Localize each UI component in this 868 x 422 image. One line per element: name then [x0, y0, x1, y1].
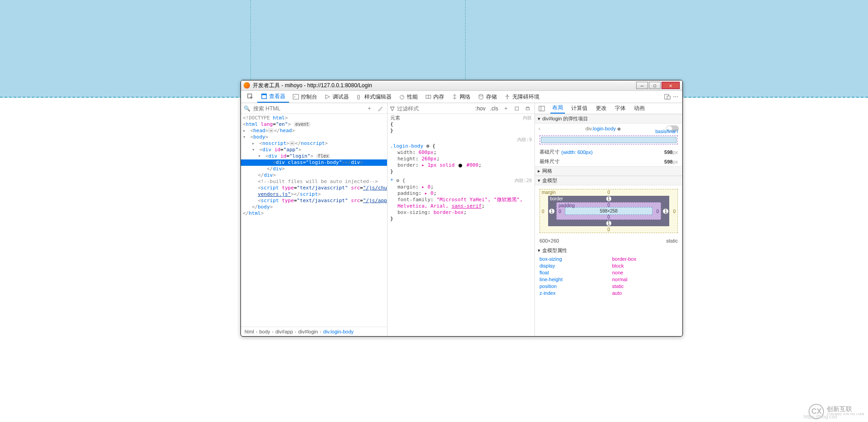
dom-line[interactable]: </html> [241, 210, 387, 217]
tab-memory-label: 内存 [433, 93, 444, 101]
dom-line[interactable]: ▸ <noscript>⋯</noscript> [241, 140, 387, 147]
tab-performance[interactable]: 性能 [395, 91, 422, 103]
flex-section-header[interactable]: ▾ div#login 的弹性项目 [535, 114, 682, 124]
tab-memory[interactable]: 内存 [422, 91, 448, 103]
tab-debugger[interactable]: 调试器 [321, 91, 353, 103]
devtools-window: 开发者工具 - mihoyo - http://127.0.0.1:8080/L… [240, 80, 683, 337]
css-prop[interactable]: box-sizing: border-box; [390, 209, 532, 216]
flex-item-selector[interactable]: div.login-body ◆ [543, 126, 663, 132]
tab-console[interactable]: 控制台 [289, 91, 321, 103]
crumb[interactable]: body [259, 329, 270, 334]
css-prop[interactable]: border: ▸ 1px solid #000; [390, 162, 532, 169]
tab-storage[interactable]: 存储 [474, 91, 500, 103]
add-node-button[interactable]: ＋ [365, 104, 373, 113]
dom-line[interactable]: <script type="text/javascript" src="/js/… [241, 185, 387, 191]
svg-rect-14 [527, 107, 529, 108]
dom-line[interactable]: </div> [241, 172, 387, 179]
boxprops-section-title: 盒模型属性 [542, 247, 567, 254]
crumb-active[interactable]: div.login-body [323, 329, 353, 334]
devtools-toolbar: 查看器 控制台 调试器 {} 样式编辑器 性能 内存 网络 存储 [241, 91, 682, 103]
dom-searchbar: 🔍 ＋ [241, 103, 387, 114]
css-prop[interactable]: padding: ▸ 0; [390, 190, 532, 197]
dom-line[interactable]: ▾ <div id="login"> flex [241, 153, 387, 159]
css-rules[interactable]: 元素内联 { } 内联:9 .login-body ⚙ { width: 600… [387, 114, 535, 336]
responsive-mode-button[interactable] [663, 93, 672, 101]
dom-line[interactable]: <!--built files will be auto injected--> [241, 179, 387, 185]
rtab-layout[interactable]: 布局 [550, 103, 565, 114]
boxmodel-section-header[interactable]: ▾ 盒模型 [535, 176, 682, 185]
rtab-changes[interactable]: 更改 [594, 103, 608, 114]
dom-search-input[interactable] [253, 105, 363, 112]
light-mode-button[interactable] [513, 104, 521, 113]
grid-section-title: 网格 [542, 168, 552, 174]
boxprop-row[interactable]: positionstatic [539, 283, 678, 290]
svg-rect-13 [526, 108, 530, 110]
rule-selector[interactable]: .login-body ⚙ { [390, 143, 532, 149]
dom-line[interactable]: ▾ <div id="app"> [241, 147, 387, 153]
dom-line-selected[interactable]: <div class="login-body"></div> [241, 159, 387, 166]
rtab-computed[interactable]: 计算值 [569, 103, 589, 114]
kebab-menu-button[interactable]: ⋯ [672, 93, 680, 101]
css-prop[interactable]: font-family: "Microsoft YaHei", "微软雅黑", … [390, 197, 532, 209]
dom-line[interactable]: <script type="text/javascript" src="/js/… [241, 198, 387, 204]
final-size-row: 最终尺寸 598px [535, 157, 682, 166]
dom-line[interactable]: </div> [241, 166, 387, 172]
tab-network-label: 网络 [460, 93, 471, 101]
breadcrumb[interactable]: html› body› div#app› div#login› div.logi… [241, 327, 387, 336]
rule-source: 内联 [523, 115, 532, 121]
expand-icon: ▾ [538, 248, 540, 253]
tab-inspector[interactable]: 查看器 [257, 91, 289, 103]
close-button[interactable]: ✕ [662, 82, 680, 89]
sidebar-toggle-icon[interactable] [538, 104, 546, 113]
print-mode-button[interactable] [524, 104, 532, 113]
crumb[interactable]: html [245, 329, 254, 334]
boxprop-row[interactable]: floatnone [539, 269, 678, 276]
boxprop-row[interactable]: z-indexauto [539, 290, 678, 297]
dom-line[interactable]: <!DOCTYPE html> [241, 115, 387, 121]
dom-line[interactable]: ▾ <body> [241, 134, 387, 140]
tab-style-editor[interactable]: {} 样式编辑器 [353, 91, 395, 103]
hov-toggle[interactable]: :hov [474, 105, 486, 112]
boxprop-row[interactable]: line-heightnormal [539, 276, 678, 283]
watermark-cn: 创新互联 [827, 406, 864, 412]
tab-inspector-label: 查看器 [269, 93, 285, 100]
dom-line[interactable]: <html lang="en"> event [241, 121, 387, 128]
minimize-button[interactable]: — [636, 82, 648, 89]
tab-network[interactable]: 网络 [448, 91, 474, 103]
titlebar[interactable]: 开发者工具 - mihoyo - http://127.0.0.1:8080/L… [241, 80, 682, 91]
tab-storage-label: 存储 [486, 93, 497, 101]
boxprop-row[interactable]: box-sizingborder-box [539, 256, 678, 263]
crumb[interactable]: div#app [275, 329, 293, 334]
pick-element-button[interactable] [244, 91, 257, 103]
tab-accessibility[interactable]: 无障碍环境 [500, 91, 543, 103]
dom-tree[interactable]: <!DOCTYPE html> <html lang="en"> event ▸… [241, 114, 387, 327]
crumb[interactable]: div#login [298, 329, 318, 334]
add-rule-button[interactable]: ＋ [502, 104, 510, 113]
css-prop[interactable]: height: 260px; [390, 156, 532, 162]
boxprops-section-header[interactable]: ▾ 盒模型属性 [535, 246, 682, 255]
boxprop-row[interactable]: displayblock [539, 263, 678, 269]
css-prop[interactable]: margin: ▸ 0; [390, 184, 532, 190]
boxmodel-diagram[interactable]: margin 0 0 0 0 border 1 1 1 1 padding [539, 189, 678, 233]
styles-filter-input[interactable] [397, 105, 465, 112]
rule-selector[interactable]: { [390, 121, 532, 128]
cls-toggle[interactable]: .cls [489, 105, 499, 112]
boxmodel-content-dims[interactable]: 598×258 [565, 207, 652, 215]
svg-point-8 [479, 94, 483, 96]
basis-final-label: basis/final l [656, 129, 678, 134]
eyedropper-button[interactable] [376, 104, 384, 113]
rtab-animations[interactable]: 动画 [632, 103, 647, 114]
css-prop[interactable]: width: 600px; [390, 149, 532, 156]
expand-icon: ▾ [538, 178, 540, 184]
watermark-url: https://blog.csd [804, 414, 837, 419]
dom-line[interactable]: ▸ <head>⋯</head> [241, 128, 387, 134]
rtab-fonts[interactable]: 字体 [613, 103, 628, 114]
dom-line[interactable]: vendors.js"></script> [241, 191, 387, 198]
flex-item-diagram: basis/final l [539, 135, 678, 144]
rule-close: } [390, 169, 532, 175]
svg-rect-2 [262, 94, 267, 95]
dom-line[interactable]: </body> [241, 204, 387, 210]
back-chevron-icon[interactable]: ‹ [539, 126, 540, 131]
maximize-button[interactable]: ☐ [649, 82, 661, 89]
grid-section-header[interactable]: ▸ 网格 [535, 166, 682, 176]
